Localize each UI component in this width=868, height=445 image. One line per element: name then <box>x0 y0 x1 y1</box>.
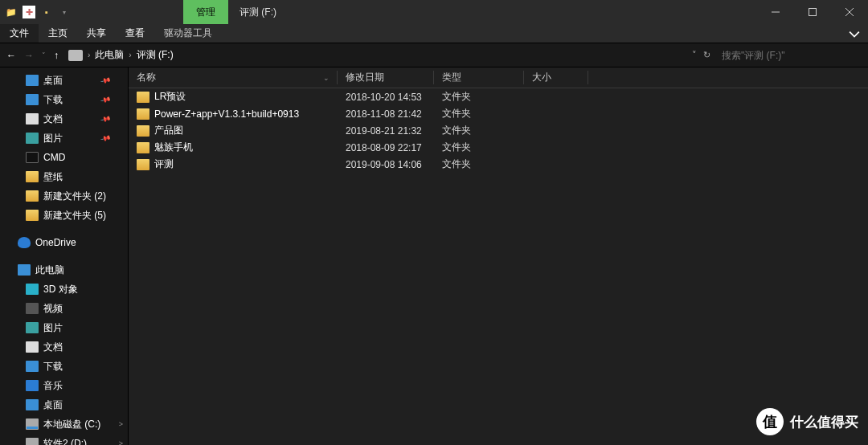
folder-icon <box>137 159 149 170</box>
chevron-right-icon[interactable]: › <box>88 51 90 59</box>
file-row[interactable]: 产品图2019-08-21 21:32文件夹 <box>129 122 868 139</box>
sidebar-item-label: 3D 对象 <box>43 283 78 296</box>
sidebar-item[interactable]: 桌面 <box>0 395 128 414</box>
desktop-icon <box>26 75 39 86</box>
chevron-right-icon[interactable]: > <box>119 420 123 428</box>
nav-sidebar[interactable]: 桌面📌下载📌文档📌图片📌CMD壁纸新建文件夹 (2)新建文件夹 (5)OneDr… <box>0 67 129 445</box>
sidebar-item[interactable]: 新建文件夹 (2) <box>0 186 128 206</box>
pin-icon: 📌 <box>100 133 112 144</box>
onedrive-icon <box>18 237 31 248</box>
file-row[interactable]: 魅族手机2018-08-09 22:17文件夹 <box>129 139 868 156</box>
sidebar-item[interactable]: 音乐 <box>0 376 128 395</box>
sidebar-item[interactable]: 文档 <box>0 337 128 357</box>
file-row[interactable]: LR预设2018-10-20 14:53文件夹 <box>129 88 868 105</box>
pic-icon <box>26 322 39 333</box>
file-type: 文件夹 <box>434 90 524 104</box>
navigation-bar: ← → ˅ ↑ › 此电脑 › 评测 (F:) ˅ ↻ <box>0 43 868 67</box>
sidebar-item[interactable]: 图片📌 <box>0 129 128 148</box>
ribbon-tab-drive-tools[interactable]: 驱动器工具 <box>154 24 222 43</box>
file-row[interactable]: 评测2019-09-08 14:06文件夹 <box>129 156 868 173</box>
sidebar-item[interactable]: 新建文件夹 (5) <box>0 206 128 225</box>
sidebar-item[interactable]: 本地磁盘 (C:)> <box>0 414 128 434</box>
sidebar-item[interactable]: 下载📌 <box>0 90 128 109</box>
sidebar-item[interactable]: 视频 <box>0 299 128 318</box>
folder-icon <box>137 142 149 153</box>
column-headers: 名称⌄ 修改日期 类型 大小 <box>129 67 868 88</box>
minimize-button[interactable] <box>757 0 794 24</box>
sidebar-item[interactable]: 壁纸 <box>0 167 128 186</box>
qat-item[interactable]: ▪ <box>40 6 53 18</box>
column-header-date[interactable]: 修改日期 <box>338 67 434 88</box>
breadcrumb[interactable]: 评测 (F:) <box>137 48 174 62</box>
address-bar[interactable]: › 此电脑 › 评测 (F:) <box>65 48 686 62</box>
file-rows: LR预设2018-10-20 14:53文件夹Power-Z+app+V1.3.… <box>129 88 868 445</box>
download-icon <box>26 361 39 372</box>
address-dropdown-icon[interactable]: ˅ <box>692 50 697 60</box>
ribbon-tab-share[interactable]: 共享 <box>77 24 116 43</box>
sidebar-item-label: CMD <box>43 152 65 163</box>
file-type: 文件夹 <box>434 141 524 154</box>
qat-item[interactable]: ✚ <box>23 6 35 18</box>
sidebar-item-label: 下载 <box>43 360 63 374</box>
breadcrumb[interactable]: 此电脑 <box>95 48 124 62</box>
sidebar-item-label: 图片 <box>43 321 63 335</box>
pin-icon: 📌 <box>100 113 112 125</box>
sidebar-item[interactable]: 文档📌 <box>0 109 128 129</box>
ribbon-tab-file[interactable]: 文件 <box>0 24 39 43</box>
window-title: 评测 (F:) <box>228 0 288 24</box>
desktop-icon <box>26 399 39 410</box>
up-button[interactable]: ↑ <box>54 50 59 61</box>
sidebar-item-label: OneDrive <box>35 237 76 248</box>
file-type: 文件夹 <box>434 157 524 171</box>
sidebar-item-label: 桌面 <box>43 74 63 88</box>
contextual-tab-header: 管理 <box>183 0 228 24</box>
file-type: 文件夹 <box>434 124 524 137</box>
pin-icon: 📌 <box>100 75 112 86</box>
column-header-type[interactable]: 类型 <box>434 67 524 88</box>
drive-icon <box>68 50 83 61</box>
ribbon-tab-view[interactable]: 查看 <box>116 24 154 43</box>
maximize-button[interactable] <box>794 0 831 24</box>
chevron-right-icon[interactable]: › <box>129 51 131 59</box>
sidebar-item-label: 图片 <box>43 132 63 145</box>
column-header-size[interactable]: 大小 <box>524 67 588 88</box>
pc-icon <box>18 264 31 276</box>
file-type: 文件夹 <box>434 107 524 120</box>
watermark-text: 什么值得买 <box>790 413 858 431</box>
search-box[interactable] <box>717 47 862 64</box>
titlebar: 📁 ✚ ▪ ▾ 管理 评测 (F:) <box>0 0 868 24</box>
sidebar-item[interactable]: CMD <box>0 148 128 167</box>
column-header-name[interactable]: 名称⌄ <box>129 67 338 88</box>
cube-icon <box>26 284 39 295</box>
sidebar-item-label: 下载 <box>43 93 63 107</box>
ribbon-expand-icon[interactable] <box>841 24 868 43</box>
back-button[interactable]: ← <box>6 50 16 61</box>
file-name: LR预设 <box>154 90 186 104</box>
sidebar-item[interactable]: 3D 对象 <box>0 280 128 299</box>
sidebar-item[interactable]: 软件2 (D:)> <box>0 434 128 445</box>
close-button[interactable] <box>831 0 868 24</box>
sidebar-item[interactable]: 此电脑 <box>0 260 128 280</box>
file-name: 评测 <box>154 157 174 171</box>
file-date: 2018-10-20 14:53 <box>338 92 434 103</box>
sidebar-item[interactable]: 下载 <box>0 357 128 376</box>
refresh-button[interactable]: ↻ <box>703 50 710 60</box>
search-input[interactable] <box>722 50 857 61</box>
sort-dropdown-icon: ⌄ <box>323 74 330 82</box>
qat-overflow[interactable]: ▾ <box>58 6 71 18</box>
watermark: 值 什么值得买 <box>756 408 858 435</box>
file-row[interactable]: Power-Z+app+V1.3.1+build+09132018-11-08 … <box>129 105 868 122</box>
recent-locations-icon[interactable]: ˅ <box>42 51 46 59</box>
ribbon-tab-home[interactable]: 主页 <box>39 24 77 43</box>
watermark-badge: 值 <box>756 408 784 435</box>
file-name: Power-Z+app+V1.3.1+build+0913 <box>154 108 299 120</box>
sidebar-item[interactable]: 图片 <box>0 318 128 337</box>
folder-icon <box>26 210 39 221</box>
chevron-right-icon[interactable]: > <box>119 439 123 445</box>
file-date: 2018-11-08 21:42 <box>338 108 434 120</box>
ribbon-tabs: 文件 主页 共享 查看 驱动器工具 <box>0 24 868 43</box>
sidebar-item[interactable]: OneDrive <box>0 233 128 252</box>
forward-button[interactable]: → <box>24 50 34 61</box>
sidebar-item[interactable]: 桌面📌 <box>0 71 128 90</box>
sidebar-item-label: 新建文件夹 (2) <box>43 190 106 203</box>
